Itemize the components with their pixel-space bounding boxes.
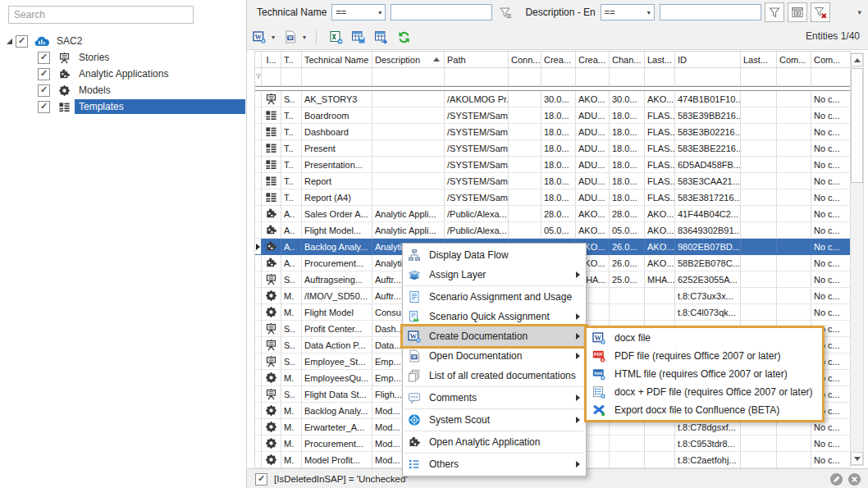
table-row[interactable]: T..Boardroom/SYSTEM/Sam...18.0...ADU...1… bbox=[255, 107, 851, 124]
cell-value: FLAS... bbox=[647, 144, 675, 153]
column-header[interactable]: Path bbox=[445, 52, 509, 68]
filter-active-checkbox[interactable]: ✓ bbox=[255, 473, 267, 486]
close-filter-icon[interactable] bbox=[847, 472, 861, 486]
clear-filter-icon[interactable] bbox=[811, 2, 830, 22]
tree-item-stories[interactable]: ✓Stories bbox=[0, 49, 245, 66]
sac2-checkbox[interactable]: ✓ bbox=[16, 35, 28, 48]
column-header[interactable]: Crea... bbox=[541, 52, 576, 68]
scroll-down-button[interactable] bbox=[851, 452, 863, 465]
column-header[interactable]: Last... bbox=[645, 52, 675, 68]
technical-name-operator-select[interactable]: == ▾ bbox=[331, 4, 386, 21]
menu-item-display-data-flow[interactable]: Display Data Flow bbox=[403, 245, 586, 265]
filter-cell[interactable] bbox=[777, 68, 811, 86]
column-header[interactable]: I... bbox=[262, 52, 281, 68]
menu-item-open-analytic-application[interactable]: Open Analytic Application bbox=[403, 432, 586, 452]
checkbox[interactable]: ✓ bbox=[38, 101, 50, 113]
table-row[interactable]: T..Present/SYSTEM/Sam...18.0...ADU...18.… bbox=[255, 140, 851, 157]
column-header[interactable]: Technical Name bbox=[302, 52, 372, 68]
filter-cell[interactable] bbox=[372, 68, 445, 86]
checkbox[interactable]: ✓ bbox=[38, 52, 50, 64]
filter-cell[interactable] bbox=[262, 68, 281, 86]
filter-cell[interactable] bbox=[281, 68, 302, 86]
table-row[interactable]: T..Report/SYSTEM/Sam...18.0...ADU...18.0… bbox=[255, 173, 851, 189]
window-plus-icon[interactable] bbox=[788, 2, 807, 22]
column-header[interactable]: Com... bbox=[811, 52, 851, 68]
menu-item-list-of-all-created-documentations[interactable]: List of all created documentations bbox=[403, 366, 586, 385]
column-header[interactable]: Com... bbox=[777, 52, 811, 68]
refresh-button[interactable] bbox=[395, 28, 413, 46]
menu-item-open-documentation[interactable]: WOpen Documentation bbox=[403, 346, 586, 366]
table-cell bbox=[372, 173, 445, 189]
vertical-scrollbar[interactable] bbox=[850, 52, 864, 466]
submenu-item-export-docx-file-to-confluence-beta[interactable]: Export docx file to Confluence (BETA) bbox=[587, 401, 822, 419]
column-header[interactable]: ID bbox=[675, 52, 741, 68]
cell-value: FLAS... bbox=[647, 111, 675, 121]
column-header[interactable]: Chan... bbox=[610, 52, 645, 68]
filter-cell[interactable] bbox=[541, 68, 576, 86]
table-cell bbox=[777, 304, 811, 321]
tree-item-sac2[interactable]: ✓ SAC2 bbox=[0, 33, 245, 49]
submenu-item-html-file-requires-office-2007-or-later[interactable]: htmlHTML file (requires Office 2007 or l… bbox=[587, 365, 822, 383]
filter-cell[interactable] bbox=[811, 68, 851, 86]
column-header[interactable]: Description bbox=[372, 52, 445, 68]
filter-cell[interactable] bbox=[610, 68, 645, 86]
menu-item-scenario-assignment-and-usage[interactable]: Scenario Assignment and Usage bbox=[403, 287, 586, 307]
expand-arrow-icon[interactable] bbox=[7, 39, 12, 44]
menu-item-assign-layer[interactable]: Assign Layer bbox=[403, 265, 586, 285]
tree-item-models[interactable]: ✓Models bbox=[0, 82, 245, 98]
word-create-button[interactable]: W bbox=[250, 28, 268, 46]
filter-cell[interactable] bbox=[645, 68, 675, 86]
menu-item-others[interactable]: Others bbox=[403, 454, 586, 474]
column-header[interactable]: Crea... bbox=[576, 52, 610, 68]
table-row[interactable]: T..Presentation.../SYSTEM/Sam...18.0...A… bbox=[255, 157, 851, 173]
table-cell: 18.0... bbox=[610, 157, 645, 173]
checkbox[interactable]: ✓ bbox=[38, 84, 50, 97]
menu-item-create-documentation[interactable]: WCreate Documentation bbox=[403, 326, 586, 346]
menu-item-scenario-quick-assignment[interactable]: Scenario Quick Assignment bbox=[403, 307, 586, 326]
column-header[interactable]: Last... bbox=[741, 52, 777, 68]
row-type-cell bbox=[262, 419, 281, 436]
table-cell bbox=[509, 91, 541, 107]
search-input[interactable] bbox=[8, 6, 194, 24]
submenu-item-docx-file[interactable]: Wdocx file bbox=[587, 329, 822, 347]
word-open-button[interactable]: W bbox=[281, 28, 299, 46]
menu-item-comments[interactable]: Comments bbox=[403, 388, 586, 408]
submenu-item-pdf-file-requires-office-2007-or-later[interactable]: PDFPDF file (requires Office 2007 or lat… bbox=[587, 347, 822, 365]
chevron-down-icon[interactable]: ▾ bbox=[268, 34, 278, 41]
table-export-button[interactable] bbox=[372, 28, 391, 46]
tree-item-templates[interactable]: ✓Templates bbox=[0, 98, 245, 115]
table-row[interactable]: T..Dashboard/SYSTEM/Sam...18.0...ADU...1… bbox=[255, 124, 851, 140]
description-filter-input[interactable] bbox=[660, 4, 761, 21]
table-row[interactable]: S..AK_STORY3/AKOLMOG Pr...30.0...AKO...3… bbox=[255, 91, 851, 107]
edit-filter-icon[interactable] bbox=[829, 472, 843, 486]
filter-cell[interactable] bbox=[675, 68, 741, 86]
table-filter-row[interactable] bbox=[255, 68, 851, 86]
scroll-up-button[interactable] bbox=[851, 53, 863, 66]
table-cell bbox=[509, 140, 541, 157]
funnel-icon[interactable] bbox=[765, 2, 784, 22]
submenu-item-docx-pdf-file-requires-office-2007-or-later[interactable]: docx + PDF file (requires Office 2007 or… bbox=[587, 383, 822, 401]
table-save-button[interactable] bbox=[349, 28, 368, 46]
filter-cell[interactable] bbox=[741, 68, 777, 86]
column-header[interactable]: T.. bbox=[281, 52, 302, 68]
tree-item-analytic-applications[interactable]: ✓Analytic Applications bbox=[0, 66, 245, 82]
description-operator-select[interactable]: == ▾ bbox=[601, 4, 655, 21]
row-type-cell bbox=[262, 436, 281, 452]
filter-cell[interactable] bbox=[445, 68, 509, 86]
table-row[interactable]: A..Sales Order A...Analytic Appli.../Pub… bbox=[255, 206, 851, 222]
filter-cell[interactable] bbox=[302, 68, 372, 86]
technical-name-filter-input[interactable] bbox=[391, 4, 492, 21]
table-row[interactable]: A..Flight Model...Analytic Appli.../Publ… bbox=[255, 222, 851, 239]
menu-item-system-scout[interactable]: System Scout bbox=[403, 410, 586, 430]
row-indicator bbox=[255, 124, 262, 140]
scrollbar-thumb[interactable] bbox=[851, 68, 863, 183]
filter-cell[interactable] bbox=[509, 68, 541, 86]
checkbox[interactable]: ✓ bbox=[38, 68, 50, 80]
filter-cell[interactable] bbox=[576, 68, 610, 86]
chevron-down-icon[interactable]: ▾ bbox=[857, 8, 861, 16]
chevron-down-icon[interactable]: ▾ bbox=[299, 34, 309, 41]
excel-export-button[interactable] bbox=[327, 28, 345, 46]
column-header[interactable]: Conn... bbox=[509, 52, 541, 68]
table-row[interactable]: T..Report (A4)/SYSTEM/Sam...18.0...ADU..… bbox=[255, 189, 851, 206]
funnel-lines-icon[interactable] bbox=[496, 2, 515, 22]
